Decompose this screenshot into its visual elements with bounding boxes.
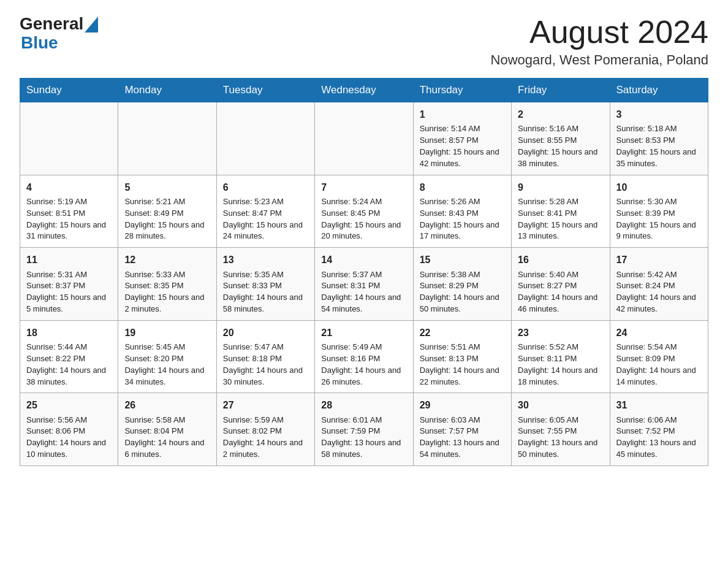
day-number: 1 xyxy=(420,107,505,121)
day-number: 27 xyxy=(223,398,308,412)
day-info: Sunrise: 5:31 AMSunset: 8:37 PMDaylight:… xyxy=(26,269,112,315)
day-number: 10 xyxy=(616,180,702,194)
week-row-2: 4Sunrise: 5:19 AMSunset: 8:51 PMDaylight… xyxy=(20,175,708,248)
day-cell: 5Sunrise: 5:21 AMSunset: 8:49 PMDaylight… xyxy=(118,175,216,248)
day-cell: 18Sunrise: 5:44 AMSunset: 8:22 PMDayligh… xyxy=(20,320,118,393)
day-cell xyxy=(216,102,314,175)
day-info: Sunrise: 5:30 AMSunset: 8:39 PMDaylight:… xyxy=(616,196,702,242)
day-info: Sunrise: 5:52 AMSunset: 8:11 PMDaylight:… xyxy=(518,342,603,388)
day-cell: 25Sunrise: 5:56 AMSunset: 8:06 PMDayligh… xyxy=(20,393,118,466)
day-info: Sunrise: 5:24 AMSunset: 8:45 PMDaylight:… xyxy=(321,196,406,242)
logo-general-text: General xyxy=(20,15,83,34)
day-cell: 20Sunrise: 5:47 AMSunset: 8:18 PMDayligh… xyxy=(216,320,314,393)
day-number: 7 xyxy=(321,180,406,194)
header-thursday: Thursday xyxy=(413,79,511,102)
day-info: Sunrise: 5:58 AMSunset: 8:04 PMDaylight:… xyxy=(124,415,210,461)
day-cell: 19Sunrise: 5:45 AMSunset: 8:20 PMDayligh… xyxy=(118,320,216,393)
title-block: August 2024 Nowogard, West Pomerania, Po… xyxy=(491,15,708,68)
day-info: Sunrise: 5:38 AMSunset: 8:29 PMDaylight:… xyxy=(420,269,505,315)
day-number: 14 xyxy=(321,253,406,267)
calendar-table: SundayMondayTuesdayWednesdayThursdayFrid… xyxy=(20,78,708,466)
week-row-1: 1Sunrise: 5:14 AMSunset: 8:57 PMDaylight… xyxy=(20,102,708,175)
day-number: 24 xyxy=(616,326,702,340)
header-friday: Friday xyxy=(512,79,610,102)
day-number: 15 xyxy=(420,253,505,267)
day-cell: 8Sunrise: 5:26 AMSunset: 8:43 PMDaylight… xyxy=(413,175,511,248)
header-saturday: Saturday xyxy=(610,79,708,102)
day-number: 22 xyxy=(420,326,505,340)
day-info: Sunrise: 5:28 AMSunset: 8:41 PMDaylight:… xyxy=(518,196,603,242)
day-info: Sunrise: 5:40 AMSunset: 8:27 PMDaylight:… xyxy=(518,269,603,315)
day-number: 16 xyxy=(518,253,603,267)
day-cell: 31Sunrise: 6:06 AMSunset: 7:52 PMDayligh… xyxy=(610,393,708,466)
day-info: Sunrise: 6:05 AMSunset: 7:55 PMDaylight:… xyxy=(518,415,603,461)
day-info: Sunrise: 5:54 AMSunset: 8:09 PMDaylight:… xyxy=(616,342,702,388)
day-cell: 13Sunrise: 5:35 AMSunset: 8:33 PMDayligh… xyxy=(216,248,314,321)
day-info: Sunrise: 5:44 AMSunset: 8:22 PMDaylight:… xyxy=(26,342,112,388)
day-info: Sunrise: 5:19 AMSunset: 8:51 PMDaylight:… xyxy=(26,196,112,242)
logo: General Blue xyxy=(20,15,98,53)
week-row-5: 25Sunrise: 5:56 AMSunset: 8:06 PMDayligh… xyxy=(20,393,708,466)
day-cell: 4Sunrise: 5:19 AMSunset: 8:51 PMDaylight… xyxy=(20,175,118,248)
day-cell: 1Sunrise: 5:14 AMSunset: 8:57 PMDaylight… xyxy=(413,102,511,175)
day-info: Sunrise: 6:01 AMSunset: 7:59 PMDaylight:… xyxy=(321,415,406,461)
day-number: 23 xyxy=(518,326,603,340)
day-number: 4 xyxy=(26,180,112,194)
day-number: 29 xyxy=(420,398,505,412)
day-cell: 26Sunrise: 5:58 AMSunset: 8:04 PMDayligh… xyxy=(118,393,216,466)
day-number: 3 xyxy=(616,107,702,121)
day-number: 2 xyxy=(518,107,603,121)
day-cell: 24Sunrise: 5:54 AMSunset: 8:09 PMDayligh… xyxy=(610,320,708,393)
day-number: 21 xyxy=(321,326,406,340)
day-info: Sunrise: 5:42 AMSunset: 8:24 PMDaylight:… xyxy=(616,269,702,315)
day-cell: 15Sunrise: 5:38 AMSunset: 8:29 PMDayligh… xyxy=(413,248,511,321)
day-cell: 14Sunrise: 5:37 AMSunset: 8:31 PMDayligh… xyxy=(315,248,413,321)
calendar-header-row: SundayMondayTuesdayWednesdayThursdayFrid… xyxy=(20,79,708,102)
day-info: Sunrise: 5:14 AMSunset: 8:57 PMDaylight:… xyxy=(420,123,505,169)
day-number: 19 xyxy=(124,326,210,340)
day-number: 17 xyxy=(616,253,702,267)
day-info: Sunrise: 5:51 AMSunset: 8:13 PMDaylight:… xyxy=(420,342,505,388)
day-cell: 17Sunrise: 5:42 AMSunset: 8:24 PMDayligh… xyxy=(610,248,708,321)
day-cell: 21Sunrise: 5:49 AMSunset: 8:16 PMDayligh… xyxy=(315,320,413,393)
day-info: Sunrise: 6:06 AMSunset: 7:52 PMDaylight:… xyxy=(616,415,702,461)
day-cell: 3Sunrise: 5:18 AMSunset: 8:53 PMDaylight… xyxy=(610,102,708,175)
header-sunday: Sunday xyxy=(20,79,118,102)
day-info: Sunrise: 5:18 AMSunset: 8:53 PMDaylight:… xyxy=(616,123,702,169)
day-number: 9 xyxy=(518,180,603,194)
header-tuesday: Tuesday xyxy=(216,79,314,102)
day-number: 20 xyxy=(223,326,308,340)
week-row-3: 11Sunrise: 5:31 AMSunset: 8:37 PMDayligh… xyxy=(20,248,708,321)
day-number: 8 xyxy=(420,180,505,194)
day-cell: 12Sunrise: 5:33 AMSunset: 8:35 PMDayligh… xyxy=(118,248,216,321)
day-cell: 9Sunrise: 5:28 AMSunset: 8:41 PMDaylight… xyxy=(512,175,610,248)
day-number: 25 xyxy=(26,398,112,412)
day-info: Sunrise: 5:33 AMSunset: 8:35 PMDaylight:… xyxy=(124,269,210,315)
day-number: 26 xyxy=(124,398,210,412)
day-info: Sunrise: 5:49 AMSunset: 8:16 PMDaylight:… xyxy=(321,342,406,388)
day-number: 5 xyxy=(124,180,210,194)
day-number: 28 xyxy=(321,398,406,412)
day-number: 13 xyxy=(223,253,308,267)
svg-marker-0 xyxy=(85,17,98,33)
day-cell: 30Sunrise: 6:05 AMSunset: 7:55 PMDayligh… xyxy=(512,393,610,466)
day-info: Sunrise: 5:56 AMSunset: 8:06 PMDaylight:… xyxy=(26,415,112,461)
day-cell: 2Sunrise: 5:16 AMSunset: 8:55 PMDaylight… xyxy=(512,102,610,175)
day-info: Sunrise: 5:45 AMSunset: 8:20 PMDaylight:… xyxy=(124,342,210,388)
day-cell xyxy=(315,102,413,175)
day-info: Sunrise: 6:03 AMSunset: 7:57 PMDaylight:… xyxy=(420,415,505,461)
day-info: Sunrise: 5:23 AMSunset: 8:47 PMDaylight:… xyxy=(223,196,308,242)
day-cell: 7Sunrise: 5:24 AMSunset: 8:45 PMDaylight… xyxy=(315,175,413,248)
day-cell: 22Sunrise: 5:51 AMSunset: 8:13 PMDayligh… xyxy=(413,320,511,393)
location-subtitle: Nowogard, West Pomerania, Poland xyxy=(491,52,708,68)
day-cell: 28Sunrise: 6:01 AMSunset: 7:59 PMDayligh… xyxy=(315,393,413,466)
day-cell xyxy=(20,102,118,175)
logo-triangle-icon xyxy=(85,17,98,33)
day-info: Sunrise: 5:59 AMSunset: 8:02 PMDaylight:… xyxy=(223,415,308,461)
day-info: Sunrise: 5:37 AMSunset: 8:31 PMDaylight:… xyxy=(321,269,406,315)
header-wednesday: Wednesday xyxy=(315,79,413,102)
day-cell: 29Sunrise: 6:03 AMSunset: 7:57 PMDayligh… xyxy=(413,393,511,466)
day-number: 6 xyxy=(223,180,308,194)
day-number: 31 xyxy=(616,398,702,412)
day-info: Sunrise: 5:21 AMSunset: 8:49 PMDaylight:… xyxy=(124,196,210,242)
